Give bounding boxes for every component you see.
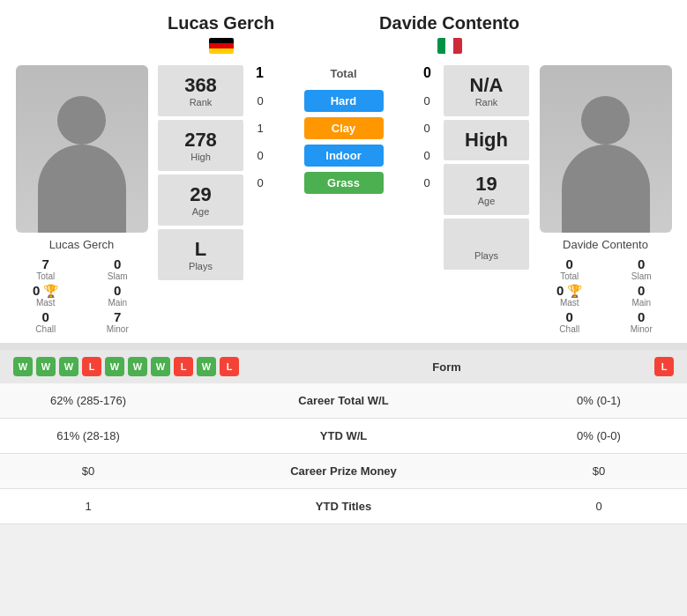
right-age-val: 19	[448, 173, 525, 196]
right-slam-cell: 0 Slam	[609, 256, 675, 281]
table-row-2-label: Career Prize Money	[176, 464, 511, 478]
right-avatar-head	[581, 96, 630, 145]
left-avatar	[16, 65, 148, 233]
table-row-3-left: 1	[0, 489, 176, 523]
left-form-badge-4: L	[82, 357, 101, 376]
left-flag-icon	[209, 38, 234, 54]
right-stats-grid: 0 Total 0 Slam 0 🏆 Mast 0 Main	[533, 256, 678, 334]
right-slam-val: 0	[609, 256, 675, 271]
table-row-0-left: 62% (285-176)	[0, 383, 176, 418]
left-avatar-head	[57, 96, 106, 145]
table-row-2-left: $0	[0, 454, 176, 488]
left-form-badge-10: L	[220, 357, 239, 376]
right-total-val: 0	[537, 256, 602, 271]
left-plays-val: L	[162, 238, 239, 261]
court-total-row: 1 Total 0	[251, 65, 436, 81]
right-player-name-below: Davide Contento	[563, 238, 648, 251]
right-minor-lbl: Minor	[609, 324, 675, 334]
right-chall-lbl: Chall	[537, 324, 602, 334]
left-form-badge-2: W	[36, 357, 56, 376]
left-form-badge-8: L	[174, 357, 193, 376]
right-player-card: Davide Contento 0 Total 0 Slam 0 🏆 Mast	[533, 65, 678, 334]
table-row-1-left: 61% (28-18)	[0, 419, 176, 453]
left-player-card: Lucas Gerch 7 Total 0 Slam 0 🏆 Mast	[9, 65, 154, 334]
right-mast-cell: 0 🏆 Mast	[537, 283, 602, 308]
left-rank-val: 368	[162, 74, 239, 97]
right-total-lbl: Total	[537, 271, 602, 281]
left-main-val: 0	[86, 283, 151, 298]
court-grass-left: 0	[251, 176, 269, 189]
names-header: Lucas Gerch Davide Contento	[0, 0, 687, 61]
player-names-row: Lucas Gerch Davide Contento	[159, 13, 528, 56]
right-chall-val: 0	[537, 309, 602, 324]
left-high-lbl: High	[162, 152, 239, 162]
left-stats-grid: 7 Total 0 Slam 0 🏆 Mast 0 Main	[9, 256, 154, 334]
right-trophy-icon: 🏆	[567, 284, 582, 298]
right-avatar	[540, 65, 672, 233]
right-rank-lbl: Rank	[448, 97, 525, 108]
left-age-val: 29	[162, 183, 239, 206]
left-plays-lbl: Plays	[162, 261, 239, 271]
table-row-0-label: Career Total W/L	[176, 394, 511, 407]
table-row-0-right: 0% (0-1)	[511, 383, 687, 418]
main-container: Lucas Gerch Davide Contento	[0, 0, 687, 524]
right-mast-lbl: Mast	[537, 298, 602, 308]
table-row-1-label: YTD W/L	[176, 429, 511, 442]
right-chall-cell: 0 Chall	[537, 309, 602, 334]
court-grass-row: 0 Grass 0	[251, 172, 436, 194]
court-clay-badge: Clay	[304, 117, 384, 139]
left-form-badges: W W W L W W W L W L	[13, 357, 239, 376]
left-form-badge-7: W	[151, 357, 170, 376]
left-rank-box: 368 Rank	[158, 65, 243, 116]
left-main-cell: 0 Main	[86, 283, 151, 308]
table-row-0: 62% (285-176) Career Total W/L 0% (0-1)	[0, 383, 687, 419]
court-indoor-left: 0	[251, 149, 269, 162]
right-player-header: Davide Contento	[379, 13, 528, 56]
left-slam-val: 0	[86, 256, 151, 271]
left-minor-cell: 7 Minor	[86, 309, 151, 334]
court-total-label: Total	[330, 67, 356, 80]
left-form-badge-3: W	[59, 357, 78, 376]
table-row-2: $0 Career Prize Money $0	[0, 454, 687, 489]
table-row-3-label: YTD Titles	[176, 500, 511, 513]
left-slam-lbl: Slam	[86, 271, 151, 281]
left-player-name: Lucas Gerch	[168, 13, 274, 33]
left-form-badge-6: W	[128, 357, 147, 376]
court-grass-badge: Grass	[304, 172, 384, 194]
right-plays-box: Plays	[444, 219, 529, 270]
right-minor-cell: 0 Minor	[609, 309, 675, 334]
court-indoor-row: 0 Indoor 0	[251, 145, 436, 167]
left-slam-cell: 0 Slam	[86, 256, 151, 281]
table-row-2-right: $0	[511, 454, 687, 488]
left-mast-lbl: Mast	[13, 298, 78, 308]
left-total-cell: 7 Total	[13, 256, 78, 281]
court-indoor-right: 0	[418, 149, 436, 162]
section-divider	[0, 343, 687, 350]
left-flag-row	[168, 38, 274, 56]
left-age-box: 29 Age	[158, 174, 243, 226]
court-total-left: 1	[256, 65, 264, 81]
right-player-name: Davide Contento	[379, 13, 519, 33]
court-hard-row: 0 Hard 0	[251, 90, 436, 112]
right-mast-val: 0 🏆	[537, 283, 602, 298]
right-form-badges: L	[654, 357, 674, 376]
left-high-val: 278	[162, 129, 239, 152]
left-avatar-body	[38, 145, 126, 233]
left-form-badge-5: W	[105, 357, 124, 376]
right-rank-val: N/A	[448, 74, 525, 97]
court-hard-right: 0	[418, 94, 436, 108]
court-total-right: 0	[423, 65, 431, 81]
table-row-3: 1 YTD Titles 0	[0, 489, 687, 524]
court-clay-right: 0	[418, 122, 436, 135]
court-hard-left: 0	[251, 94, 269, 108]
left-chall-val: 0	[13, 309, 78, 324]
right-main-val: 0	[609, 283, 675, 298]
right-slam-lbl: Slam	[609, 271, 675, 281]
right-plays-lbl: Plays	[448, 250, 525, 261]
left-trophy-icon: 🏆	[43, 284, 58, 298]
right-high-val: High	[448, 129, 525, 152]
left-player-name-below: Lucas Gerch	[49, 238, 115, 251]
left-mast-cell: 0 🏆 Mast	[13, 283, 78, 308]
right-age-box: 19 Age	[444, 164, 529, 215]
left-minor-lbl: Minor	[86, 324, 151, 334]
